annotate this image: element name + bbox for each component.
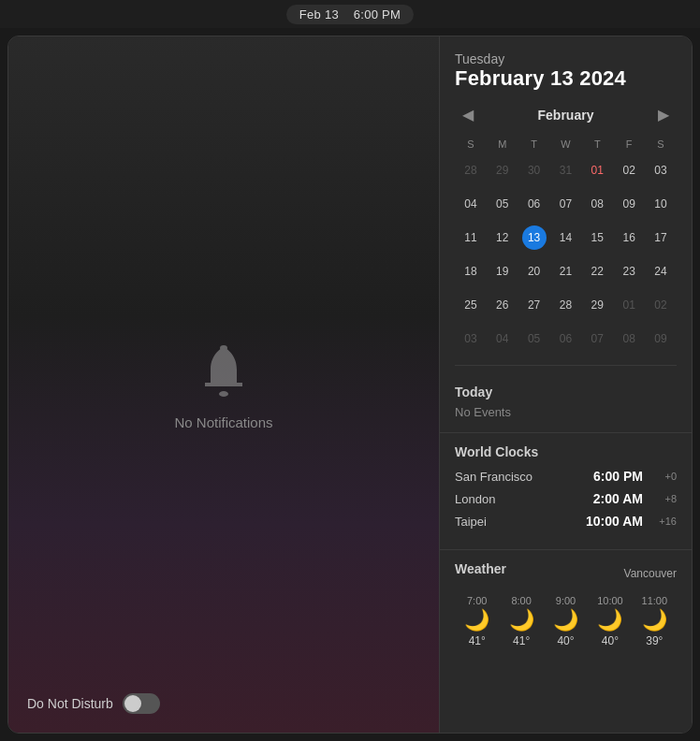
weather-time-label: 10:00 [597,595,623,606]
date-header: Tuesday February 13 2024 [455,51,677,91]
calendar-day-cell[interactable]: 03 [645,153,677,187]
weather-header: Weather Vancouver [455,561,677,586]
calendar-day-cell[interactable]: 29 [487,153,518,187]
calendar-day-cell[interactable]: 17 [645,221,677,254]
no-notifications-label: No Notifications [174,414,272,430]
day-number: 27 [522,293,547,317]
calendar-section: Tuesday February 13 2024 ◀ February ▶ SM… [440,36,692,356]
calendar-day-cell[interactable]: 02 [613,153,645,187]
clock-row: San Francisco6:00 PM+0 [455,469,677,484]
calendar-day-cell[interactable]: 28 [550,288,582,322]
clock-time: 2:00 AM [593,491,643,506]
day-number: 16 [617,225,641,250]
calendar-day-cell[interactable]: 23 [613,254,645,288]
day-number: 24 [649,259,673,283]
calendar-day-cell[interactable]: 20 [518,254,550,288]
day-number: 03 [649,158,673,182]
weather-temp: 41° [513,634,530,647]
calendar-day-cell[interactable]: 08 [581,187,613,221]
date-weekday: Tuesday [455,51,677,66]
calendar-day-cell[interactable]: 05 [518,322,550,356]
calendar-day-cell[interactable]: 03 [455,322,487,356]
calendar-day-cell[interactable]: 18 [455,254,487,288]
day-number: 08 [617,327,641,351]
weather-temp: 39° [646,634,663,647]
calendar-day-cell[interactable]: 22 [581,254,613,288]
day-number: 10 [649,192,673,216]
weather-location: Vancouver [624,567,677,580]
world-clocks-section: World Clocks San Francisco6:00 PM+0Londo… [440,432,692,549]
calendar-day-cell[interactable]: 07 [581,322,613,356]
dnd-toggle[interactable] [123,693,160,714]
calendar-day-cell[interactable]: 05 [487,187,518,221]
calendar-day-cell[interactable]: 02 [645,288,677,322]
calendar-day-cell[interactable]: 04 [455,187,487,221]
calendar-next-button[interactable]: ▶ [650,102,677,127]
day-number: 03 [459,327,483,351]
weekday-header: S [645,135,677,153]
calendar-day-cell[interactable]: 24 [645,254,677,288]
calendar-day-cell[interactable]: 01 [581,153,613,187]
calendar-day-cell[interactable]: 14 [550,221,582,254]
calendar-day-cell[interactable]: 06 [518,187,550,221]
weather-time-label: 11:00 [642,595,668,606]
day-number: 04 [490,327,515,351]
calendar-day-cell[interactable]: 21 [550,254,582,288]
today-title: Today [455,385,677,400]
weather-title: Weather [455,561,506,576]
calendar-week-row: 18192021222324 [455,254,677,288]
calendar-day-cell[interactable]: 09 [613,187,645,221]
day-number: 20 [522,259,547,283]
day-number: 08 [585,192,609,216]
calendar-day-cell[interactable]: 09 [645,322,677,356]
clock-city: Taipei [455,515,586,529]
main-container: No Notifications Do Not Disturb Tuesday … [7,36,693,734]
weather-section: Weather Vancouver 7:00🌙41°8:00🌙41°9:00🌙4… [440,549,692,666]
calendar-day-cell[interactable]: 28 [455,153,487,187]
calendar: ◀ February ▶ SMTWTFS 2829303101020304050… [455,102,677,356]
weather-forecast-item: 9:00🌙40° [544,595,588,647]
calendar-day-cell[interactable]: 08 [613,322,645,356]
weather-icon: 🌙 [553,610,578,631]
left-panel: No Notifications Do Not Disturb [8,36,439,733]
day-number: 05 [522,327,547,351]
calendar-grid: SMTWTFS 28293031010203040506070809101112… [455,135,677,356]
calendar-day-cell[interactable]: 29 [581,288,613,322]
calendar-day-cell[interactable]: 11 [455,221,487,254]
toggle-knob [124,695,141,712]
day-number: 07 [585,327,609,351]
calendar-week-row: 04050607080910 [455,187,677,221]
clock-offset: +16 [650,516,677,527]
calendar-day-cell[interactable]: 01 [613,288,645,322]
calendar-day-cell[interactable]: 07 [550,187,582,221]
calendar-day-cell[interactable]: 04 [487,322,518,356]
calendar-prev-button[interactable]: ◀ [455,102,481,127]
weather-icon: 🌙 [597,610,622,631]
calendar-day-cell[interactable]: 06 [550,322,582,356]
calendar-day-cell[interactable]: 13 [518,221,550,254]
weather-temp: 40° [557,634,574,647]
day-number: 23 [617,259,641,283]
calendar-day-cell[interactable]: 16 [613,221,645,254]
weather-temp: 40° [602,634,619,647]
calendar-day-cell[interactable]: 26 [487,288,518,322]
calendar-weekdays-row: SMTWTFS [455,135,677,153]
calendar-day-cell[interactable]: 19 [487,254,518,288]
calendar-day-cell[interactable]: 30 [518,153,550,187]
day-number: 30 [522,158,547,182]
calendar-day-cell[interactable]: 15 [581,221,613,254]
calendar-day-cell[interactable]: 10 [645,187,677,221]
clock-time: 10:00 AM [586,514,643,529]
calendar-day-cell[interactable]: 31 [550,153,582,187]
clock-offset: +8 [650,493,677,504]
calendar-week-row: 28293031010203 [455,153,677,187]
right-panel: Tuesday February 13 2024 ◀ February ▶ SM… [439,36,692,733]
day-number: 06 [522,192,547,216]
day-number: 22 [585,259,609,283]
day-number: 13 [522,225,547,250]
calendar-day-cell[interactable]: 27 [518,288,550,322]
weekday-header: F [613,135,645,153]
day-number: 05 [490,192,515,216]
calendar-day-cell[interactable]: 25 [455,288,487,322]
calendar-day-cell[interactable]: 12 [487,221,518,254]
